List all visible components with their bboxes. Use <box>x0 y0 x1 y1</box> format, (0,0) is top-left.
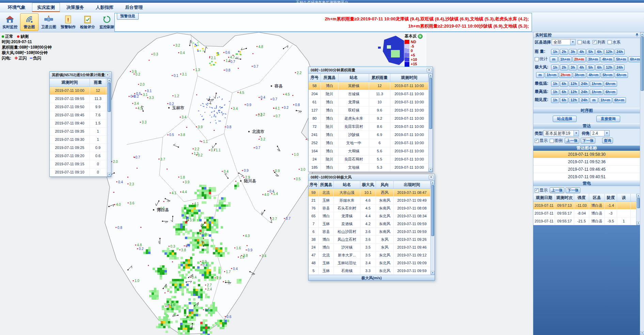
district-checkbox-2[interactable] <box>608 40 612 44</box>
tmax-6h-button[interactable]: 6h <box>560 89 568 95</box>
window-title-bar[interactable]: 英桥镇(N5702)逐5分钟累计雨量 ✕ <box>50 72 111 79</box>
table-row[interactable]: 21玉林苏烟水库4.6东南风2019-07-11 09:49 <box>309 197 430 204</box>
radar-next-button[interactable]: 下一张 <box>581 138 595 144</box>
scroll-up-icon[interactable]: ▲ <box>107 79 111 82</box>
menu-tab-env-weather[interactable]: 环境气象 <box>3 3 31 12</box>
table-row[interactable]: 164博白大垌镇5.62019-07-11 10:00 <box>309 147 428 155</box>
scroll-thumb[interactable] <box>637 198 640 208</box>
station-select-button[interactable]: 站点选择 <box>553 116 577 122</box>
tmin-12h-button[interactable]: 12h <box>569 81 579 87</box>
district-checkbox-0[interactable] <box>578 40 582 44</box>
accumulated-rain-window[interactable]: 08时~10时00分钟累积雨量 ✕ 序号所属县站名累积雨量观测时间58博白英桥镇… <box>308 67 433 172</box>
table-row[interactable]: 2019-07-11 09:5511.3 <box>50 95 107 103</box>
rain-4h-button[interactable]: 4h <box>578 49 586 55</box>
radar-elevation-select[interactable]: 2.4 ▼ <box>591 130 610 136</box>
table-row[interactable]: 2019-07-11 09:301 <box>50 136 107 144</box>
panel-scrollbar[interactable]: ▲ ▼ <box>640 32 644 335</box>
menu-tab-weather-mod[interactable]: 人影指挥 <box>91 3 119 12</box>
visibility-6h-m-button[interactable]: 6h+m <box>613 97 626 103</box>
tmax-1h-m-button[interactable]: 1h+m <box>590 89 603 95</box>
table-row[interactable]: 72陆川良田车田村8.62019-07-11 10:00 <box>309 123 428 131</box>
lightning-next-button[interactable]: 下一张 <box>566 187 580 193</box>
close-icon[interactable]: ✕ <box>105 73 110 77</box>
warning-info-tab[interactable]: 预警信息 <box>117 13 139 20</box>
table-row[interactable]: 2019-07-11 09:200.6 <box>50 152 107 160</box>
table-row[interactable]: 2019-07-11 09:457.6 <box>50 111 107 119</box>
rain-3h-button[interactable]: 3h <box>569 49 577 55</box>
rain-24h-button[interactable]: 24h <box>615 49 625 55</box>
scroll-thumb[interactable] <box>431 185 434 236</box>
visibility-12h-button[interactable]: 12h <box>569 97 579 103</box>
visibility-1h-button[interactable]: 1h <box>551 97 559 103</box>
scroll-down-icon[interactable]: ▼ <box>431 271 435 275</box>
table-row[interactable]: 2019-07-11 09:351 <box>50 128 107 136</box>
toolbar-satellite-cloud-button[interactable]: 卫星云图 <box>40 13 58 31</box>
scroll-down-icon[interactable]: ▼ <box>640 331 644 335</box>
visibility-24h-button[interactable]: 24h <box>579 97 589 103</box>
radar-query-button[interactable]: 查询 <box>602 138 613 144</box>
toolbar-monitor-refresh-button[interactable]: 监控刷新 <box>98 13 116 31</box>
radar-image-item[interactable]: 2019-07-11 09:52:36 <box>533 158 640 166</box>
menu-tab-admin[interactable]: 后台管理 <box>120 3 148 12</box>
table-row[interactable]: 2019-07-11 09:100 <box>50 168 107 177</box>
menu-tab-decision-service[interactable]: 决策服务 <box>61 3 89 12</box>
rain-stat-1h-m-button[interactable]: 1h+m <box>559 56 572 62</box>
wind-stat-4h-m-button[interactable]: 4h+m <box>587 72 600 78</box>
table-row[interactable]: 2019-07-11 09:509.9 <box>50 103 107 111</box>
table-row[interactable]: 5玉林石南镇3.3东北风2019-07-11 09:59 <box>309 267 430 275</box>
rain-stat-6h-m-button[interactable]: 6h+m <box>628 56 640 62</box>
station-rain-window[interactable]: 英桥镇(N5702)逐5分钟累计雨量 ✕ 观测时间雨量2019-07-11 10… <box>49 71 111 177</box>
table-row[interactable]: 2019-07-1109:55:17-8.04博白县-3 <box>533 210 636 217</box>
table-row[interactable]: 47北流新丰大罗...3.5东北风2019-07-11 09:12 <box>309 251 430 259</box>
tmax-24h-button[interactable]: 24h <box>579 89 589 95</box>
tmin-1h-m-button[interactable]: 1h+m <box>590 81 603 87</box>
rain-stat-3h-m-button[interactable]: 3h+m <box>586 56 600 62</box>
table-row[interactable]: 2019-07-11 09:250.9 <box>50 144 107 152</box>
wind-stat-m-button[interactable]: m <box>536 72 544 78</box>
toolbar-warning-make-button[interactable]: !预警制作 <box>59 13 77 31</box>
close-icon[interactable]: ✕ <box>429 175 434 180</box>
radar-show-checkbox[interactable] <box>535 139 539 143</box>
add-layer-button[interactable]: + <box>418 34 423 39</box>
radar-image-item[interactable]: 2019-07-11 09:46:45 <box>533 166 640 173</box>
lightning-section-header[interactable]: 雷电 <box>533 181 640 186</box>
table-row[interactable]: 48玉林玉林站旧址3.4东北风2019-07-11 09:09 <box>309 259 430 267</box>
scroll-down-icon[interactable]: ▼ <box>107 173 111 177</box>
table-row[interactable]: 76容县石头石剑村4.5东南风2019-07-11 08:08 <box>309 204 430 212</box>
rain-stat-m-button[interactable]: m <box>550 56 558 62</box>
table-row[interactable]: 38博白凤山立石村3.6东风2019-07-11 09:26 <box>309 236 430 244</box>
table-row[interactable]: 61博白龙潭镇102019-07-11 10:00 <box>309 98 428 106</box>
visibility-m-button[interactable]: m <box>590 97 598 103</box>
table-row[interactable]: 185博白文地镇5.32019-07-11 10:00 <box>309 164 428 172</box>
rain-2h-button[interactable]: 2h <box>560 49 568 55</box>
direct-query-button[interactable]: 直接查询 <box>596 116 620 122</box>
wind-stat-3h-m-button[interactable]: 3h+m <box>573 72 586 78</box>
radar-image-item[interactable]: 2019-07-11 09:40:51 <box>533 173 640 181</box>
wind-6h-button[interactable]: 6h <box>595 65 603 70</box>
wind-3h-button[interactable]: 3h <box>569 65 577 70</box>
table-row[interactable]: 2019-07-1109:55:17-21.5博白县-9.51 <box>533 217 636 225</box>
wind-2h-button[interactable]: 2h <box>560 65 568 70</box>
rain-stat-2h-m-button[interactable]: 2h+m <box>572 56 586 62</box>
stat-checkbox[interactable] <box>535 57 539 61</box>
scrollbar[interactable]: ▲ ▼ <box>428 74 433 172</box>
wind-1h-button[interactable]: 1h <box>551 65 559 70</box>
wind-stat-6h-m-button[interactable]: 6h+m <box>615 72 628 78</box>
tmin-24h-button[interactable]: 24h <box>579 81 589 87</box>
scroll-thumb[interactable] <box>108 83 111 112</box>
wind-24h-button[interactable]: 24h <box>615 65 625 70</box>
wind-4h-button[interactable]: 4h <box>578 65 586 70</box>
rain-1h-button[interactable]: 1h <box>551 49 559 55</box>
toolbar-radar-map-button[interactable]: 雷达图 <box>20 13 38 31</box>
scroll-up-icon[interactable]: ▲ <box>640 32 644 36</box>
radar-type-select[interactable]: 基本反射率19 ▼ <box>544 130 579 136</box>
table-row[interactable]: 7玉林卖酒镇4.2东南风2019-07-11 09:59 <box>309 220 430 228</box>
lightning-show-checkbox[interactable] <box>535 188 539 192</box>
scrollbar[interactable]: ▲ ▼ <box>430 181 435 275</box>
tmax-12h-button[interactable]: 12h <box>569 89 579 95</box>
pin-icon[interactable] <box>635 33 639 37</box>
wind-12h-button[interactable]: 12h <box>604 65 614 70</box>
table-row[interactable]: 2019-07-1109:57:13-11.03博白县-1.4 <box>533 202 636 210</box>
toolbar-verification-score-button[interactable]: 检验评分 <box>78 13 97 31</box>
radar-image-item[interactable]: 2019-07-11 09:58:30 <box>533 151 640 158</box>
